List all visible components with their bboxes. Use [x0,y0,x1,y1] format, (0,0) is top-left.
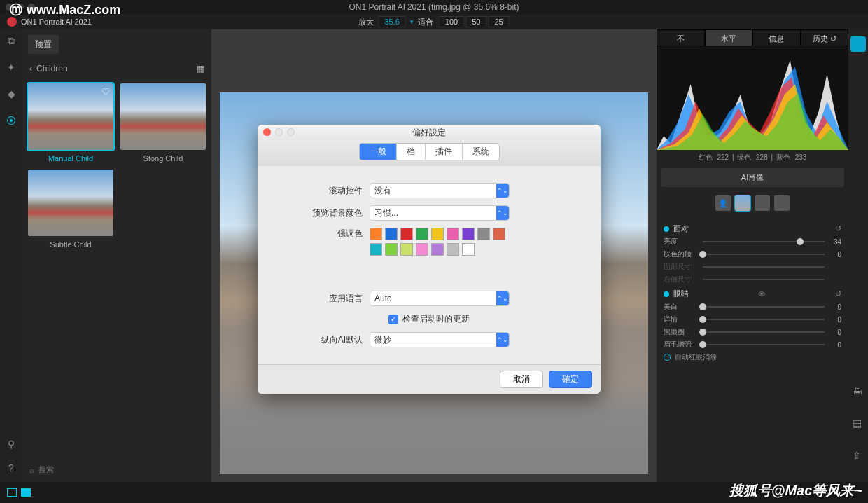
chevron-down-icon: ⌃⌄ [496,333,509,347]
search-icon: ⌕ [29,466,34,474]
tab-info[interactable]: 信息 [752,29,801,46]
slider-brightness[interactable]: 亮度34 [664,237,841,247]
breadcrumb[interactable]: ‹ Children ▦ [22,60,211,78]
color-swatch[interactable] [447,228,459,240]
help-icon[interactable]: ? [4,461,18,475]
view-mode-2[interactable] [21,488,31,497]
scroll-select[interactable]: 没有⌃⌄ [370,183,510,198]
doc-title: ON1 Portrait Al 2021 [21,18,92,26]
modal-tabs: 一般 档 插件 系统 [258,140,601,166]
fit-25-button[interactable]: 25 [488,16,509,27]
minimize-icon [275,128,283,136]
brush-tool-icon[interactable]: ◆ [4,87,18,101]
color-swatch[interactable] [370,243,382,256]
color-swatch[interactable] [477,228,490,240]
fit-50-button[interactable]: 50 [465,16,486,27]
tab-none[interactable]: 不 [657,29,705,46]
watermark-bottom: 搜狐号@Mac等风来~ [729,481,862,500]
user-icon[interactable] [850,36,866,52]
color-swatch[interactable] [431,228,444,240]
zoom-tool-icon[interactable]: ⦿ [4,113,18,128]
wand-tool-icon[interactable]: ✦ [4,60,18,74]
reset-icon[interactable]: ↺ [835,289,841,298]
slider-right-size: 右侧尺寸 [664,275,841,284]
color-swatch[interactable] [416,228,428,240]
slider-face-size: 面部尺寸 [664,262,841,272]
share-icon[interactable]: ⚲ [4,437,18,451]
cancel-button[interactable]: 取消 [500,371,543,388]
modal-titlebar: 偏好設定 [258,125,601,140]
accent-swatches [370,228,517,256]
face-thumb[interactable] [755,195,770,211]
preferences-modal: 偏好設定 一般 档 插件 系统 滚动控件 没有⌃⌄ 预览背景颜色 习惯...⌃⌄… [258,125,601,394]
add-face-icon[interactable]: 👤 [715,195,731,211]
auto-redeye-checkbox[interactable]: 自动红眼消除 [664,352,841,362]
face-thumb[interactable] [735,195,750,211]
section-eyes[interactable]: 眼睛👁↺ [664,289,841,299]
lang-label: 应用语言 [274,293,363,305]
color-swatch[interactable] [370,228,382,240]
slider-whiten[interactable]: 美白0 [664,302,841,312]
color-swatch[interactable] [493,228,505,240]
tab-level[interactable]: 水平 [705,29,753,46]
right-panel: 不 水平 信息 历史 ↺ 红色 222 | 绿色 228 | 蓝色 233 AI… [657,29,848,503]
fit-label: 适合 [418,17,433,27]
color-swatch[interactable] [462,243,475,256]
zoom-label: 放大 [358,17,374,27]
color-swatch[interactable] [447,243,459,256]
section-face[interactable]: 面对↺ [664,223,841,234]
slider-dark-circles[interactable]: 黑眼圈0 [664,327,841,337]
bg-select[interactable]: 习惯...⌃⌄ [370,205,510,221]
face-thumbs: 👤 [657,190,848,216]
color-swatch[interactable] [462,228,475,240]
back-chevron-icon[interactable]: ‹ [29,64,32,74]
preset-thumb[interactable]: ♡ Manual Child [28,83,113,163]
tab-general[interactable]: 一般 [360,144,397,160]
slider-detail[interactable]: 详情0 [664,315,841,324]
ok-button[interactable]: 確定 [549,371,592,388]
right-toolbar: 🖶 ▤ ⇪ [848,29,868,503]
tab-file[interactable]: 档 [397,144,426,160]
color-swatch[interactable] [400,243,413,256]
preset-thumb[interactable]: Stong Child [120,83,206,163]
accent-label: 强调色 [274,228,363,240]
zoom-value[interactable]: 35.6 [378,16,405,27]
maximize-icon [287,128,295,136]
view-mode-1[interactable] [7,488,17,497]
vertical-select[interactable]: 微妙⌃⌄ [370,332,510,347]
lang-select[interactable]: Auto⌃⌄ [370,291,510,306]
preset-thumb[interactable]: Subtle Child [28,170,113,249]
presets-panel: 预置 ‹ Children ▦ ♡ Manual Child Stong Chi… [22,29,211,503]
layers-icon[interactable]: ▤ [853,418,864,429]
subheader: ON1 Portrait Al 2021 放大 35.6 ▾ 适合 100502… [0,14,868,29]
crop-tool-icon[interactable]: ⧉ [4,34,18,48]
check-updates-checkbox[interactable]: ✓检查启动时的更新 [274,313,584,325]
tab-history[interactable]: 历史 ↺ [801,29,849,46]
window-titlebar: ON1 Portrait Al 2021 (timg.jpg @ 35.6% 8… [0,0,868,14]
close-icon[interactable] [263,128,271,136]
color-swatch[interactable] [385,243,398,256]
heart-icon[interactable]: ♡ [102,86,111,97]
slider-skin[interactable]: 肤色的脸0 [664,249,841,259]
reset-icon[interactable]: ↺ [835,224,841,233]
chevron-down-icon: ⌃⌄ [496,206,509,220]
eye-icon[interactable]: 👁 [758,290,766,298]
vertical-label: 纵向AI默认 [274,334,363,346]
fit-100-button[interactable]: 100 [439,16,464,27]
grid-icon[interactable]: ▦ [197,64,204,74]
slider-eyebrow[interactable]: 眉毛增强0 [664,340,841,350]
tab-plugins[interactable]: 插件 [426,144,463,160]
chevron-down-icon: ⌃⌄ [496,291,509,305]
presets-tab[interactable]: 预置 [28,35,59,54]
checkbox-icon: ✓ [388,315,398,324]
face-thumb[interactable] [774,195,790,211]
color-swatch[interactable] [416,243,428,256]
print-icon[interactable]: 🖶 [853,385,864,397]
tab-system[interactable]: 系统 [463,144,499,160]
color-swatch[interactable] [431,243,444,256]
ai-portrait-button[interactable]: AI肖像 [661,168,844,187]
rgb-readout: 红色 222 | 绿色 228 | 蓝色 233 [657,150,848,165]
export-icon[interactable]: ⇪ [853,450,864,461]
color-swatch[interactable] [400,228,413,240]
color-swatch[interactable] [385,228,398,240]
